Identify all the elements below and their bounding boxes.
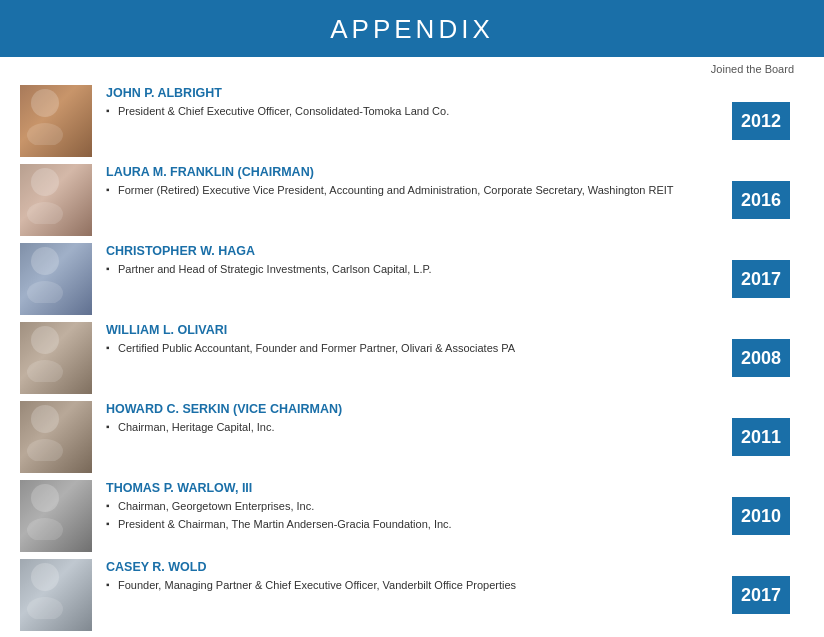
member-row-franklin: LAURA M. FRANKLIN (CHAIRMAN)Former (Reti… — [20, 164, 794, 236]
member-desc-haga-0: Partner and Head of Strategic Investment… — [106, 262, 724, 277]
svg-point-3 — [27, 202, 63, 224]
member-photo-warlow — [20, 480, 92, 552]
member-text-serkin: HOWARD C. SERKIN (VICE CHAIRMAN)Chairman… — [106, 401, 732, 436]
member-name-albright: JOHN P. ALBRIGHT — [106, 85, 724, 101]
member-row-warlow: THOMAS P. WARLOW, IIIChairman, Georgetow… — [20, 480, 794, 552]
member-desc-wold-0: Founder, Managing Partner & Chief Execut… — [106, 578, 724, 593]
member-left-haga: CHRISTOPHER W. HAGAPartner and Head of S… — [20, 243, 732, 315]
year-badge-haga: 2017 — [732, 260, 790, 298]
member-row-serkin: HOWARD C. SERKIN (VICE CHAIRMAN)Chairman… — [20, 401, 794, 473]
joined-label: Joined the Board — [711, 63, 794, 75]
member-photo-olivari — [20, 322, 92, 394]
page: APPENDIX Joined the Board JOHN P. ALBRIG… — [0, 0, 824, 637]
member-name-wold: CASEY R. WOLD — [106, 559, 724, 575]
member-text-albright: JOHN P. ALBRIGHTPresident & Chief Execut… — [106, 85, 732, 120]
svg-point-5 — [27, 281, 63, 303]
year-col-haga: 2017 — [732, 243, 794, 315]
year-badge-albright: 2012 — [732, 102, 790, 140]
member-desc-olivari-0: Certified Public Accountant, Founder and… — [106, 341, 724, 356]
member-photo-wold — [20, 559, 92, 631]
page-header: APPENDIX — [0, 0, 824, 57]
member-text-wold: CASEY R. WOLDFounder, Managing Partner &… — [106, 559, 732, 594]
year-col-warlow: 2010 — [732, 480, 794, 552]
member-text-haga: CHRISTOPHER W. HAGAPartner and Head of S… — [106, 243, 732, 278]
svg-point-2 — [31, 168, 59, 196]
member-row-haga: CHRISTOPHER W. HAGAPartner and Head of S… — [20, 243, 794, 315]
member-name-olivari: WILLIAM L. OLIVARI — [106, 322, 724, 338]
member-row-albright: JOHN P. ALBRIGHTPresident & Chief Execut… — [20, 85, 794, 157]
svg-point-8 — [31, 405, 59, 433]
year-col-wold: 2017 — [732, 559, 794, 631]
member-desc-warlow-0: Chairman, Georgetown Enterprises, Inc. — [106, 499, 724, 514]
svg-point-7 — [27, 360, 63, 382]
member-desc-albright-0: President & Chief Executive Officer, Con… — [106, 104, 724, 119]
svg-point-11 — [27, 518, 63, 540]
year-col-serkin: 2011 — [732, 401, 794, 473]
members-list: JOHN P. ALBRIGHTPresident & Chief Execut… — [20, 85, 794, 631]
year-col-franklin: 2016 — [732, 164, 794, 236]
member-left-franklin: LAURA M. FRANKLIN (CHAIRMAN)Former (Reti… — [20, 164, 732, 236]
year-col-albright: 2012 — [732, 85, 794, 157]
year-badge-serkin: 2011 — [732, 418, 790, 456]
svg-point-12 — [31, 563, 59, 591]
year-badge-olivari: 2008 — [732, 339, 790, 377]
member-desc-serkin-0: Chairman, Heritage Capital, Inc. — [106, 420, 724, 435]
svg-point-6 — [31, 326, 59, 354]
member-row-olivari: WILLIAM L. OLIVARICertified Public Accou… — [20, 322, 794, 394]
member-name-serkin: HOWARD C. SERKIN (VICE CHAIRMAN) — [106, 401, 724, 417]
member-left-wold: CASEY R. WOLDFounder, Managing Partner &… — [20, 559, 732, 631]
member-photo-albright — [20, 85, 92, 157]
year-col-olivari: 2008 — [732, 322, 794, 394]
year-badge-franklin: 2016 — [732, 181, 790, 219]
svg-point-9 — [27, 439, 63, 461]
svg-point-0 — [31, 89, 59, 117]
year-badge-wold: 2017 — [732, 576, 790, 614]
header-title: APPENDIX — [330, 14, 494, 44]
year-badge-warlow: 2010 — [732, 497, 790, 535]
member-photo-franklin — [20, 164, 92, 236]
member-name-warlow: THOMAS P. WARLOW, III — [106, 480, 724, 496]
member-left-olivari: WILLIAM L. OLIVARICertified Public Accou… — [20, 322, 732, 394]
member-row-wold: CASEY R. WOLDFounder, Managing Partner &… — [20, 559, 794, 631]
member-left-warlow: THOMAS P. WARLOW, IIIChairman, Georgetow… — [20, 480, 732, 552]
member-text-warlow: THOMAS P. WARLOW, IIIChairman, Georgetow… — [106, 480, 732, 532]
member-left-albright: JOHN P. ALBRIGHTPresident & Chief Execut… — [20, 85, 732, 157]
member-text-franklin: LAURA M. FRANKLIN (CHAIRMAN)Former (Reti… — [106, 164, 732, 199]
member-text-olivari: WILLIAM L. OLIVARICertified Public Accou… — [106, 322, 732, 357]
member-desc-franklin-0: Former (Retired) Executive Vice Presiden… — [106, 183, 724, 198]
content-area: Joined the Board JOHN P. ALBRIGHTPreside… — [0, 57, 824, 637]
member-photo-serkin — [20, 401, 92, 473]
member-name-haga: CHRISTOPHER W. HAGA — [106, 243, 724, 259]
svg-point-4 — [31, 247, 59, 275]
member-name-franklin: LAURA M. FRANKLIN (CHAIRMAN) — [106, 164, 724, 180]
member-photo-haga — [20, 243, 92, 315]
member-left-serkin: HOWARD C. SERKIN (VICE CHAIRMAN)Chairman… — [20, 401, 732, 473]
svg-point-13 — [27, 597, 63, 619]
svg-point-1 — [27, 123, 63, 145]
member-desc-warlow-1: President & Chairman, The Martin Anderse… — [106, 517, 724, 532]
svg-point-10 — [31, 484, 59, 512]
